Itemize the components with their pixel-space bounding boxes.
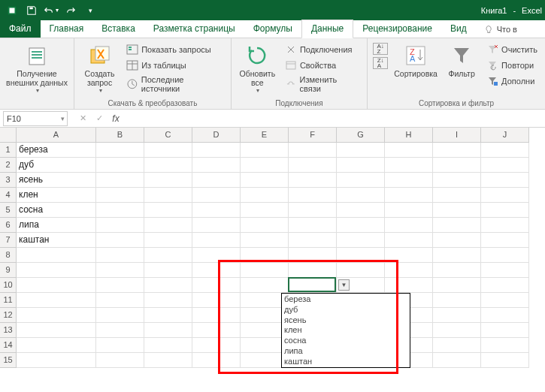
cell-B2[interactable] bbox=[96, 158, 144, 173]
tab-home[interactable]: Главная bbox=[41, 20, 93, 38]
cell-I13[interactable] bbox=[433, 323, 481, 338]
cell-F4[interactable] bbox=[289, 188, 337, 203]
cell-A14[interactable] bbox=[17, 338, 96, 353]
cell-J3[interactable] bbox=[481, 173, 529, 188]
dropdown-item[interactable]: береза bbox=[284, 294, 407, 305]
name-box[interactable]: F10 bbox=[3, 111, 68, 126]
cell-I12[interactable] bbox=[433, 308, 481, 323]
cell-B9[interactable] bbox=[96, 263, 144, 278]
cell-A5[interactable]: сосна bbox=[17, 203, 96, 218]
cell-J9[interactable] bbox=[481, 263, 529, 278]
cell-H5[interactable] bbox=[385, 203, 433, 218]
col-header-G[interactable]: G bbox=[337, 128, 385, 143]
cell-D12[interactable] bbox=[192, 308, 241, 323]
row-header-6[interactable]: 6 bbox=[0, 218, 17, 233]
tab-data[interactable]: Данные bbox=[301, 20, 353, 38]
cell-D9[interactable] bbox=[192, 263, 241, 278]
cell-A7[interactable]: каштан bbox=[17, 233, 96, 248]
cell-I14[interactable] bbox=[433, 338, 481, 353]
cell-F5[interactable] bbox=[289, 203, 337, 218]
cell-J11[interactable] bbox=[481, 293, 529, 308]
sort-az-button[interactable]: A↓Z bbox=[372, 42, 389, 56]
cell-I8[interactable] bbox=[433, 248, 481, 263]
cell-G4[interactable] bbox=[337, 188, 385, 203]
dropdown-item[interactable]: ясень bbox=[284, 315, 407, 326]
cell-A15[interactable] bbox=[17, 353, 96, 368]
cell-D1[interactable] bbox=[192, 143, 241, 158]
redo-icon[interactable] bbox=[62, 2, 80, 19]
row-header-1[interactable]: 1 bbox=[0, 143, 17, 158]
cell-B3[interactable] bbox=[96, 173, 144, 188]
cell-J10[interactable] bbox=[481, 278, 529, 293]
cell-C12[interactable] bbox=[144, 308, 192, 323]
cell-B1[interactable] bbox=[96, 143, 144, 158]
filter-button[interactable]: Фильтр bbox=[443, 42, 480, 80]
dropdown-item[interactable]: липа bbox=[284, 346, 407, 357]
cell-I10[interactable] bbox=[433, 278, 481, 293]
cell-H3[interactable] bbox=[385, 173, 433, 188]
cell-E7[interactable] bbox=[241, 233, 289, 248]
sort-za-button[interactable]: Z↓A bbox=[372, 56, 389, 70]
cell-C15[interactable] bbox=[144, 353, 192, 368]
col-header-I[interactable]: I bbox=[433, 128, 481, 143]
cell-H7[interactable] bbox=[385, 233, 433, 248]
cell-D13[interactable] bbox=[192, 323, 241, 338]
row-header-10[interactable]: 10 bbox=[0, 278, 17, 293]
cell-G3[interactable] bbox=[337, 173, 385, 188]
cell-G5[interactable] bbox=[337, 203, 385, 218]
undo-icon[interactable]: ▾ bbox=[42, 2, 60, 19]
col-header-E[interactable]: E bbox=[241, 128, 289, 143]
col-header-C[interactable]: C bbox=[144, 128, 192, 143]
cell-H1[interactable] bbox=[385, 143, 433, 158]
cell-D3[interactable] bbox=[192, 173, 241, 188]
cell-G9[interactable] bbox=[337, 263, 385, 278]
cell-A3[interactable]: ясень bbox=[17, 173, 96, 188]
row-header-9[interactable]: 9 bbox=[0, 263, 17, 278]
tab-page-layout[interactable]: Разметка страницы bbox=[144, 20, 244, 38]
cell-I6[interactable] bbox=[433, 218, 481, 233]
cell-J15[interactable] bbox=[481, 353, 529, 368]
cell-I9[interactable] bbox=[433, 263, 481, 278]
cell-E5[interactable] bbox=[241, 203, 289, 218]
row-header-12[interactable]: 12 bbox=[0, 308, 17, 323]
cell-E6[interactable] bbox=[241, 218, 289, 233]
cell-F6[interactable] bbox=[289, 218, 337, 233]
cells-grid[interactable]: березадубясенькленсосналипакаштан▼береза… bbox=[17, 143, 529, 368]
cell-G8[interactable] bbox=[337, 248, 385, 263]
cell-E9[interactable] bbox=[241, 263, 289, 278]
cell-D6[interactable] bbox=[192, 218, 241, 233]
row-header-3[interactable]: 3 bbox=[0, 173, 17, 188]
cell-F7[interactable] bbox=[289, 233, 337, 248]
get-external-data-button[interactable]: Получение внешних данных ▾ bbox=[5, 42, 69, 95]
tab-view[interactable]: Вид bbox=[441, 20, 476, 38]
save-icon[interactable] bbox=[23, 2, 41, 19]
dropdown-item[interactable]: дуб bbox=[284, 305, 407, 315]
cell-D2[interactable] bbox=[192, 158, 241, 173]
recent-sources-button[interactable]: Последние источники bbox=[123, 74, 226, 95]
cell-C9[interactable] bbox=[144, 263, 192, 278]
cell-E3[interactable] bbox=[241, 173, 289, 188]
cell-B15[interactable] bbox=[96, 353, 144, 368]
connections-button[interactable]: Подключения bbox=[282, 42, 362, 57]
qat-customize-icon[interactable]: ▾ bbox=[81, 2, 99, 19]
cell-C13[interactable] bbox=[144, 323, 192, 338]
cell-F8[interactable] bbox=[289, 248, 337, 263]
cell-C8[interactable] bbox=[144, 248, 192, 263]
row-header-4[interactable]: 4 bbox=[0, 188, 17, 203]
cell-C6[interactable] bbox=[144, 218, 192, 233]
cell-D10[interactable] bbox=[192, 278, 241, 293]
show-queries-button[interactable]: Показать запросы bbox=[123, 42, 226, 57]
cell-I11[interactable] bbox=[433, 293, 481, 308]
cell-A1[interactable]: береза bbox=[17, 143, 96, 158]
row-header-13[interactable]: 13 bbox=[0, 323, 17, 338]
cell-D4[interactable] bbox=[192, 188, 241, 203]
cell-I1[interactable] bbox=[433, 143, 481, 158]
cell-F10[interactable] bbox=[289, 278, 337, 293]
new-query-button[interactable]: Создать запрос ▾ bbox=[79, 42, 120, 95]
cell-G7[interactable] bbox=[337, 233, 385, 248]
cell-C10[interactable] bbox=[144, 278, 192, 293]
dropdown-item[interactable]: каштан bbox=[284, 357, 407, 367]
cell-E10[interactable] bbox=[241, 278, 289, 293]
sort-button[interactable]: ZA Сортировка bbox=[392, 42, 440, 80]
cell-A13[interactable] bbox=[17, 323, 96, 338]
